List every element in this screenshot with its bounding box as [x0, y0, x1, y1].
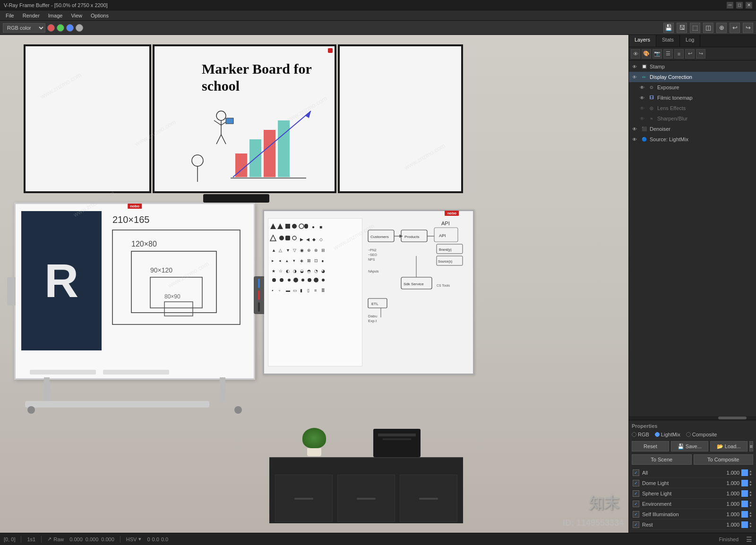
menu-view[interactable]: View	[67, 12, 86, 19]
lm-arrows-sphere[interactable]: ▲ ▼	[749, 490, 752, 497]
save-button[interactable]: 💾 Save...	[671, 441, 708, 451]
lm-swatch-env[interactable]	[741, 501, 748, 507]
lm-check-rest[interactable]: ✓	[633, 521, 639, 528]
panel-tb-camera[interactable]: 📷	[653, 49, 662, 59]
layer-stamp[interactable]: 👁 🔲 Stamp	[629, 61, 756, 72]
layer-display-correction[interactable]: 👁 ✏ Display Correction	[629, 72, 756, 82]
lm-swatch-all[interactable]	[741, 469, 748, 476]
layer-eye-denoiser[interactable]: 👁	[631, 125, 638, 133]
close-button[interactable]: ✕	[746, 2, 752, 9]
layer-eye-stamp[interactable]: 👁	[631, 63, 638, 70]
svg-marker-25	[277, 223, 283, 229]
panel-tb-redo[interactable]: ↪	[696, 49, 705, 59]
lm-row-env[interactable]: ✓ Environment 1.000 ▲ ▼	[632, 499, 753, 509]
tab-layers[interactable]: Layers	[629, 35, 656, 47]
panel-tb-layers[interactable]: ☰	[663, 49, 673, 59]
panel-tb-eye[interactable]: 👁	[631, 49, 640, 59]
layer-eye-source[interactable]: 👁	[631, 136, 638, 143]
menu-render[interactable]: Render	[19, 12, 43, 19]
layer-sharpen-blur[interactable]: 👁 ≈ Sharpen/Blur	[636, 113, 756, 124]
panel-scrollbar-thumb	[718, 417, 747, 419]
radio-rgb[interactable]: RGB	[632, 432, 649, 437]
color-mode-select[interactable]: RGB color Alpha	[3, 23, 45, 33]
layer-eye-display-correction[interactable]: 👁	[631, 73, 638, 81]
color-btn-red[interactable]	[47, 24, 55, 32]
radio-lightmix[interactable]: LightMix	[655, 432, 680, 437]
lm-check-all[interactable]: ✓	[633, 469, 639, 476]
lm-check-self-illum[interactable]: ✓	[633, 511, 639, 518]
tab-stats[interactable]: Stats	[656, 35, 680, 47]
save-icon[interactable]: 💾	[663, 23, 674, 33]
properties-section: Properties RGB LightMix Composite Rese	[629, 420, 756, 533]
menu-file[interactable]: File	[2, 12, 18, 19]
history-icon[interactable]: ⊕	[716, 23, 727, 33]
redo-icon[interactable]: ↪	[743, 23, 753, 33]
color-btn-white[interactable]	[76, 24, 83, 32]
maximize-button[interactable]: □	[736, 2, 743, 9]
wheel-left	[27, 406, 35, 414]
lm-check-sphere[interactable]: ✓	[633, 490, 639, 497]
cabinet-door-3[interactable]	[400, 475, 457, 522]
load-button[interactable]: 📂 Load...	[710, 441, 747, 451]
lm-row-dome[interactable]: ✓ Dome Light 1.000 ▲ ▼	[632, 478, 753, 488]
svg-text:Source(s): Source(s)	[438, 260, 452, 264]
frame-icon[interactable]: ◫	[703, 23, 713, 33]
viewport[interactable]: Marker Board forschool	[0, 35, 628, 533]
lm-row-self-illum[interactable]: ✓ Self Illumination 1.000 ▲ ▼	[632, 509, 753, 519]
lm-arrows-dome[interactable]: ▲ ▼	[749, 480, 752, 486]
layer-eye-exposure[interactable]: 👁	[638, 84, 646, 91]
layer-denoiser[interactable]: 👁 ⬛ Denoiser	[629, 124, 756, 134]
menu-button[interactable]: ≡	[749, 441, 753, 451]
layer-exposure[interactable]: 👁 ⊙ Exposure	[636, 82, 756, 93]
save-alt-icon[interactable]: 🖫	[677, 23, 687, 33]
menu-options[interactable]: Options	[87, 12, 112, 19]
color-btn-green[interactable]	[57, 24, 64, 32]
layer-eye-filmic[interactable]: 👁	[638, 94, 646, 102]
status-colorspace-dropdown[interactable]: ▾	[138, 536, 141, 542]
undo-icon[interactable]: ↩	[730, 23, 740, 33]
color-btn-blue[interactable]	[66, 24, 74, 32]
svg-point-67	[293, 278, 298, 282]
lm-swatch-self-illum[interactable]	[741, 511, 748, 518]
lm-swatch-rest[interactable]	[741, 521, 748, 528]
lm-row-rest[interactable]: ✓ Rest 1.000 ▲ ▼	[632, 519, 753, 530]
layer-filmic-tonemap[interactable]: 👁 🎞 Filmic tonemap	[636, 93, 756, 103]
minimize-button[interactable]: ─	[727, 2, 733, 9]
svg-text:⊗: ⊗	[314, 248, 318, 253]
window-controls[interactable]: ─ □ ✕	[727, 2, 752, 9]
svg-text:⊕: ⊕	[307, 248, 311, 253]
lm-arrows-self-illum[interactable]: ▲ ▼	[749, 511, 752, 518]
lm-check-dome[interactable]: ✓	[633, 480, 639, 486]
cabinet-door-2[interactable]	[337, 475, 395, 522]
svg-text:▶: ▶	[300, 237, 303, 242]
menu-image[interactable]: Image	[44, 12, 67, 19]
svg-text:⊞: ⊞	[321, 248, 325, 253]
layer-eye-sharpen[interactable]: 👁	[638, 115, 646, 122]
svg-text:◒: ◒	[300, 269, 304, 273]
status-channel-seg: ↗ Raw	[47, 536, 64, 542]
layer-eye-lens[interactable]: 👁	[638, 104, 646, 112]
panel-tb-undo[interactable]: ↩	[685, 49, 695, 59]
lm-row-sphere[interactable]: ✓ Sphere Light 1.000 ▲ ▼	[632, 488, 753, 499]
panel-tb-list[interactable]: ≡	[674, 49, 684, 59]
status-menu-icon[interactable]: ☰	[746, 536, 752, 543]
layer-source-lightmix[interactable]: 👁 🔵 Source: LightMix	[629, 134, 756, 145]
tab-log[interactable]: Log	[680, 35, 700, 47]
lm-swatch-dome[interactable]	[741, 480, 748, 486]
cabinet-door-1[interactable]	[275, 475, 333, 522]
reset-button[interactable]: Reset	[632, 441, 669, 451]
lm-check-env[interactable]: ✓	[633, 501, 639, 507]
panel-scrollbar[interactable]	[629, 416, 756, 420]
lm-arrows-rest[interactable]: ▲ ▼	[749, 521, 752, 528]
lm-row-all[interactable]: ✓ All 1.000 ▲ ▼	[632, 468, 753, 478]
region-icon[interactable]: ⬚	[690, 23, 700, 33]
lm-arrows-env[interactable]: ▲ ▼	[749, 501, 752, 507]
lm-arrows-all[interactable]: ▲ ▼	[749, 469, 752, 476]
lm-swatch-sphere[interactable]	[741, 490, 748, 497]
layer-lens-effects[interactable]: 👁 ◎ Lens Effects	[636, 103, 756, 113]
panel-tb-correction[interactable]: 🎨	[642, 49, 651, 59]
to-composite-button[interactable]: To Composite	[694, 454, 754, 465]
to-scene-button[interactable]: To Scene	[632, 454, 692, 465]
layer-label-filmic: Filmic tonemap	[657, 95, 693, 101]
radio-composite[interactable]: Composite	[686, 432, 717, 437]
